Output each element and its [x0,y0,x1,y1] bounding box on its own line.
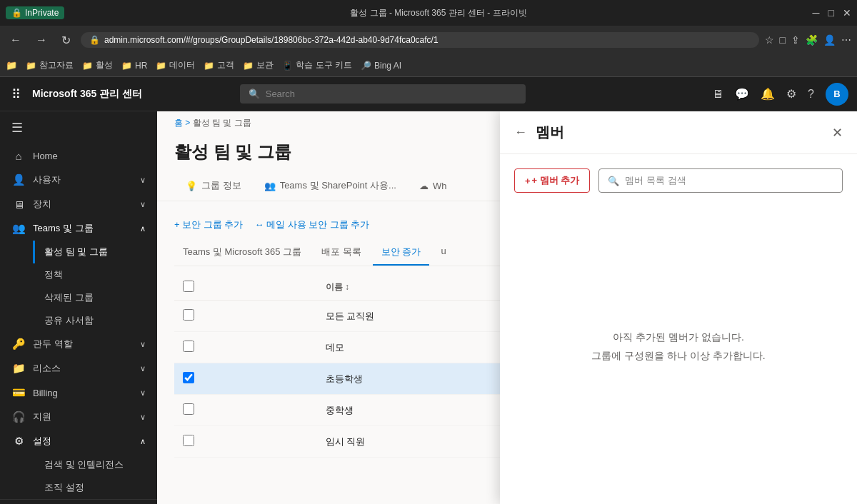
bookmark-item[interactable]: 📁 보관 [243,59,274,71]
top-nav-icons: 🖥 💬 🔔 ⚙ ? B [712,83,848,106]
sidebar-item-billing[interactable]: 💳 Billing ∨ [0,380,157,405]
bookmark-bing-ai[interactable]: 🔎 Bing AI [361,61,401,71]
panel-close-button[interactable]: ✕ [832,125,843,141]
bookmark-item[interactable]: 📁 활성 [82,59,113,71]
settings-nav-icon: ⚙ [11,435,26,448]
cell-checkbox[interactable] [174,426,317,458]
home-icon: ⌂ [11,150,26,162]
bookmark-item[interactable]: 📁 참고자료 [26,59,74,71]
empty-line2: 그룹에 구성원을 하나 이상 추가합니다. [591,350,765,363]
subtab-teams-m365[interactable]: Teams 및 Microsoft 365 그룹 [174,240,310,266]
sidebar-settings-submenu: 검색 및 인텔리전스 조직 설정 [0,453,157,499]
resources-icon: 📁 [11,362,26,375]
sidebar-item-active-teams[interactable]: 활성 팀 및 그룹 [33,241,157,263]
sidebar-bottom: Microsoft 365 백업 [0,499,157,504]
empty-line1: 아직 추가된 멤버가 없습니다. [613,331,744,344]
feedback-icon[interactable]: 💬 [735,87,749,101]
sidebar-item-users[interactable]: 👤 사용자 ∨ [0,168,157,192]
bell-icon[interactable]: 🔔 [761,87,775,101]
back-button[interactable]: ← [6,31,26,49]
sidebar-item-search-intelligence[interactable]: 검색 및 인텔리전스 [33,453,157,476]
avatar[interactable]: B [826,83,848,106]
app-launcher-button[interactable]: ⠿ [9,84,24,105]
chevron-up-icon: ∧ [140,437,146,446]
bookmark-icon: 📁 [121,61,132,71]
select-all-checkbox[interactable] [183,281,194,292]
collections-icon[interactable]: □ [780,34,786,46]
browser-tab-title: 활성 그룹 - Microsoft 365 관리 센터 - 프라이빗 [70,7,806,19]
bookmarks-folder-icon: 📁 [6,60,17,71]
sidebar-item-support[interactable]: 🎧 지원 ∨ [0,405,157,429]
panel-back-button[interactable]: ← [514,125,527,140]
address-bar-icons: ☆ □ ⇪ 🧩 👤 ⋯ [765,34,851,46]
monitor-icon[interactable]: 🖥 [712,88,723,101]
browser-controls[interactable]: ─ □ ✕ [813,7,851,19]
sidebar-toggle-button[interactable]: ☰ [0,111,157,144]
panel-header: ← 멤버 ✕ [500,111,857,154]
star-icon[interactable]: ☆ [765,34,774,46]
subtab-distribution[interactable]: 배포 목록 [313,240,370,266]
address-bar[interactable]: 🔒 admin.microsoft.com/#/groups/GroupDeta… [81,32,759,48]
tab-group-info[interactable]: 💡 그룹 정보 [174,172,253,201]
chevron-up-icon: ∧ [140,224,146,233]
sidebar-item-settings[interactable]: ⚙ 설정 ∧ [0,429,157,453]
add-member-button[interactable]: + + 멤버 추가 [514,168,590,193]
search-placeholder: Search [266,89,295,99]
bookmark-item[interactable]: 📁 고객 [204,59,234,71]
add-security-group-link[interactable]: + 보안 그룹 추가 [174,218,243,231]
sidebar-item-home[interactable]: ⌂ Home [0,144,157,168]
sidebar-item-deleted-groups[interactable]: 삭제된 그룹 [33,286,157,309]
sidebar-item-resources[interactable]: 📁 리소스 ∨ [0,356,157,380]
account-icon[interactable]: 👤 [823,34,836,46]
more-icon[interactable]: ⋯ [841,34,851,46]
maximize-button[interactable]: □ [828,7,834,19]
app-container: ⠿ Microsoft 365 관리 센터 🔍 Search 🖥 💬 🔔 ⚙ ?… [0,77,857,504]
browser-chrome: 🔒 InPrivate 활성 그룹 - Microsoft 365 관리 센터 … [0,0,857,26]
bookmark-item[interactable]: 📁 HR [121,61,147,71]
breadcrumb-home[interactable]: 홈 > [174,118,190,128]
panel-body: + + 멤버 추가 🔍 멤버 목록 검색 아직 추가된 멤버가 없습니다. 그룹… [500,154,857,504]
panel-title: 멤버 [536,123,823,142]
sidebar-teams-submenu: 활성 팀 및 그룹 정책 삭제된 그룹 공유 사서함 [0,241,157,332]
content-area: ☰ ⌂ Home 👤 사용자 ∨ 🖥 장치 ∨ 👥 Teams 및 그룹 ∧ [0,111,857,504]
main-content: 홈 > 활성 팀 및 그룹 활성 팀 및 그룹 💡 그룹 정보 👥 Teams … [157,111,857,504]
forward-button[interactable]: → [31,31,51,49]
billing-icon: 💳 [11,386,26,399]
close-button[interactable]: ✕ [843,7,851,19]
tab-wh[interactable]: ☁ Wh [408,173,458,200]
chevron-down-icon: ∨ [140,176,146,185]
cell-checkbox[interactable] [174,363,317,395]
plus-icon: + [525,176,531,186]
chevron-down-icon: ∨ [140,200,146,209]
sidebar-item-teams-groups[interactable]: 👥 Teams 및 그룹 ∧ [0,216,157,241]
inprivate-badge: 🔒 InPrivate [6,6,64,19]
bookmark-bookmark-learning-toolkit[interactable]: 📱 학습 도구 키트 [282,59,352,71]
search-placeholder-text: 멤버 목록 검색 [625,174,686,187]
help-icon[interactable]: ? [808,88,814,101]
sidebar-item-org-settings[interactable]: 조직 설정 [33,476,157,499]
settings-icon[interactable]: ⚙ [786,87,796,101]
subtab-u[interactable]: u [432,240,454,266]
minimize-button[interactable]: ─ [813,7,820,19]
bookmark-icon: 📁 [243,61,254,71]
subtab-security[interactable]: 보안 증가 [373,240,430,266]
member-search-box[interactable]: 🔍 멤버 목록 검색 [598,168,843,193]
bookmark-item[interactable]: 📁 데이터 [156,59,195,71]
teams-icon: 👥 [11,222,26,235]
extensions-icon[interactable]: 🧩 [806,34,818,46]
cell-checkbox[interactable] [174,301,317,332]
sidebar-item-policies[interactable]: 정책 [33,263,157,286]
col-checkbox [174,275,317,301]
sidebar-item-shared-mailbox[interactable]: 공유 사서함 [33,309,157,332]
cell-checkbox[interactable] [174,332,317,363]
tab-teams-sharepoint[interactable]: 👥 Teams 및 SharePoint 사용... [253,172,408,201]
chevron-down-icon: ∨ [140,413,146,422]
search-icon: 🔍 [249,89,260,99]
search-box[interactable]: 🔍 Search [240,84,526,104]
sidebar-item-devices[interactable]: 🖥 장치 ∨ [0,192,157,216]
share-icon[interactable]: ⇪ [791,34,800,46]
add-mail-security-group-link[interactable]: ↔ 메일 사용 보안 그룹 추가 [254,218,369,231]
sidebar-item-roles[interactable]: 🔑 관두 역할 ∨ [0,332,157,356]
cell-checkbox[interactable] [174,395,317,426]
refresh-button[interactable]: ↻ [57,31,75,50]
